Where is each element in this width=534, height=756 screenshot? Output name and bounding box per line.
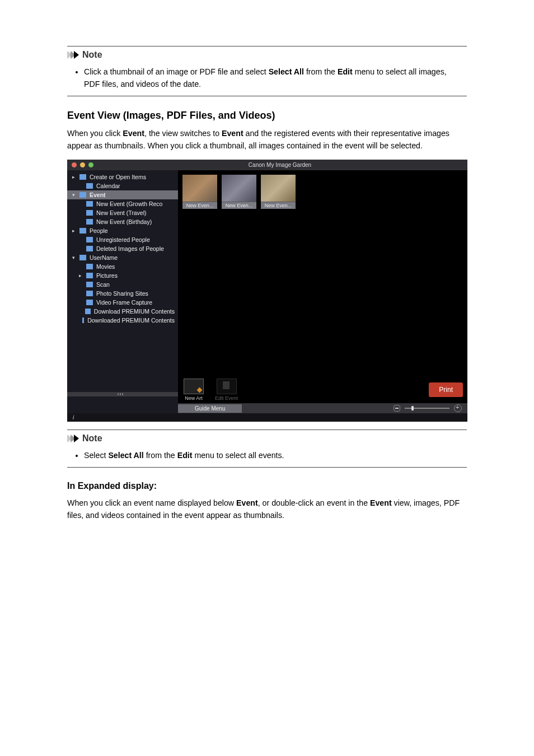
sidebar-label: Download PREMIUM Contents xyxy=(94,308,175,315)
sidebar-icon xyxy=(79,192,86,198)
zoom-out-icon[interactable] xyxy=(394,405,400,412)
note-header: Note xyxy=(67,433,467,447)
thumbnail-row: New Even...New Even...New Even... xyxy=(178,170,467,213)
subsection-paragraph: When you click an event name displayed b… xyxy=(67,497,467,521)
disclosure-icon: ▸ xyxy=(71,174,76,180)
sidebar-label: New Event (Travel) xyxy=(96,209,146,216)
sidebar-label: Create or Open Items xyxy=(90,174,146,180)
info-strip: i xyxy=(67,413,467,422)
sidebar-icon xyxy=(86,291,93,296)
note-block: Note Click a thumbnail of an image or PD… xyxy=(67,46,467,96)
print-button[interactable]: Print xyxy=(429,382,463,397)
sidebar-item[interactable]: Download PREMIUM Contents xyxy=(67,307,178,316)
section-paragraph: When you click Event, the view switches … xyxy=(67,127,467,152)
subsection-heading: In Expanded display: xyxy=(67,481,467,491)
disclosure-icon: ▾ xyxy=(71,192,76,198)
new-art-icon xyxy=(184,379,204,394)
disclosure-icon: ▸ xyxy=(71,228,76,234)
edit-event-button[interactable]: Edit Event xyxy=(214,376,239,403)
sidebar-icon xyxy=(79,255,86,260)
event-thumbnail[interactable]: New Even... xyxy=(222,175,256,209)
close-icon[interactable] xyxy=(72,162,77,167)
sidebar-icon xyxy=(86,282,93,287)
sidebar-label: Event xyxy=(90,192,106,198)
disclosure-icon: ▸ xyxy=(77,273,83,278)
sidebar-icon xyxy=(86,273,93,278)
zoom-slider[interactable] xyxy=(405,408,449,409)
sidebar-item[interactable]: Scan xyxy=(67,280,178,289)
sidebar-label: Unregistered People xyxy=(96,236,150,243)
sidebar-item[interactable]: Photo Sharing Sites xyxy=(67,289,178,298)
thumbnail-label: New Even... xyxy=(261,202,296,209)
sidebar-icon xyxy=(86,300,93,305)
section-heading: Event View (Images, PDF Files, and Video… xyxy=(67,110,467,122)
sidebar-item[interactable]: Deleted Images of People xyxy=(67,244,178,253)
sidebar-footer xyxy=(67,392,178,396)
sidebar-item[interactable]: New Event (Travel) xyxy=(67,208,178,217)
note-block: Note Select Select All from the Edit men… xyxy=(67,430,467,468)
thumbnail-image xyxy=(182,175,217,202)
sidebar-icon xyxy=(86,219,93,225)
sidebar-label: New Event (Birthday) xyxy=(96,218,152,225)
sidebar-item[interactable]: New Event (Growth Reco xyxy=(67,199,178,208)
sidebar-item[interactable]: Unregistered People xyxy=(67,235,178,244)
note-arrows-icon xyxy=(67,435,79,442)
sidebar-label: People xyxy=(90,227,108,234)
sidebar-item[interactable]: ▸Pictures xyxy=(67,271,178,280)
sidebar: ▸Create or Open ItemsCalendar▾EventNew E… xyxy=(67,170,178,413)
sidebar-icon xyxy=(85,309,91,314)
sidebar-icon xyxy=(82,318,84,323)
sidebar-item[interactable]: New Event (Birthday) xyxy=(67,217,178,226)
note-title: Note xyxy=(82,50,102,60)
sidebar-icon xyxy=(86,246,93,251)
sidebar-label: Deleted Images of People xyxy=(96,245,164,252)
note-item: Select Select All from the Edit menu to … xyxy=(84,449,465,461)
app-window: Canon My Image Garden ▸Create or Open It… xyxy=(67,160,467,422)
note-arrows-icon xyxy=(67,51,79,59)
sidebar-icon xyxy=(79,228,86,234)
tool-bar: New Art Edit Event Print xyxy=(178,374,467,403)
sidebar-item[interactable]: ▾UserName xyxy=(67,253,178,262)
sidebar-label: Downloaded PREMIUM Contents xyxy=(87,317,175,324)
sidebar-item[interactable]: Downloaded PREMIUM Contents xyxy=(67,316,178,325)
resize-grip-icon[interactable] xyxy=(118,393,128,395)
sidebar-item[interactable]: Movies xyxy=(67,262,178,271)
sidebar-label: Movies xyxy=(96,263,115,270)
sidebar-label: New Event (Growth Reco xyxy=(96,200,162,207)
minimize-icon[interactable] xyxy=(80,162,85,167)
event-thumbnail[interactable]: New Even... xyxy=(261,175,296,209)
info-icon[interactable]: i xyxy=(69,413,77,422)
note-title: Note xyxy=(82,433,102,444)
sidebar-icon xyxy=(86,237,93,242)
sidebar-icon xyxy=(86,183,93,189)
note-item: Click a thumbnail of an image or PDF fil… xyxy=(84,66,465,90)
zoom-in-icon[interactable] xyxy=(454,404,462,412)
sidebar-label: UserName xyxy=(90,254,118,261)
sidebar-item[interactable]: ▸Create or Open Items xyxy=(67,172,178,181)
sidebar-item[interactable]: ▾Event xyxy=(67,190,178,199)
sidebar-label: Photo Sharing Sites xyxy=(96,290,148,297)
sidebar-label: Calendar xyxy=(96,183,120,189)
window-title: Canon My Image Garden xyxy=(97,162,463,168)
event-thumbnail[interactable]: New Even... xyxy=(182,175,217,209)
thumbnail-label: New Even... xyxy=(222,202,256,209)
sidebar-icon xyxy=(79,174,86,180)
guide-bar: Guide Menu xyxy=(178,403,467,413)
guide-menu-button[interactable]: Guide Menu xyxy=(178,404,242,413)
sidebar-label: Video Frame Capture xyxy=(96,299,152,306)
sidebar-icon xyxy=(86,201,93,207)
edit-event-icon xyxy=(217,379,237,394)
note-header: Note xyxy=(67,50,467,63)
main-pane: New Even...New Even...New Even... New Ar… xyxy=(178,170,467,413)
zoom-icon[interactable] xyxy=(88,162,93,167)
titlebar: Canon My Image Garden xyxy=(67,160,467,170)
sidebar-label: Pictures xyxy=(96,272,118,279)
sidebar-item[interactable]: Video Frame Capture xyxy=(67,298,178,307)
zoom-controls xyxy=(388,403,467,413)
thumbnail-label: New Even... xyxy=(182,202,217,209)
sidebar-item[interactable]: ▸People xyxy=(67,226,178,235)
thumbnail-image xyxy=(222,175,256,202)
new-art-button[interactable]: New Art xyxy=(182,376,205,403)
sidebar-icon xyxy=(86,210,93,216)
sidebar-item[interactable]: Calendar xyxy=(67,181,178,190)
